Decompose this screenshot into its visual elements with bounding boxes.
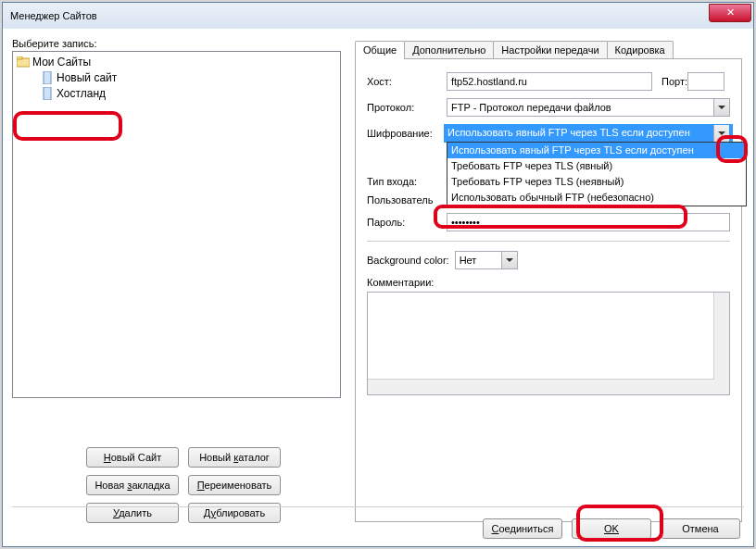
tab-advanced[interactable]: Дополнительно (404, 41, 494, 58)
encryption-option[interactable]: Использовать явный FTP через TLS если до… (447, 143, 746, 158)
tab-general[interactable]: Общие (355, 41, 405, 59)
protocol-value: FTP - Протокол передачи файлов (451, 102, 611, 113)
content-area: Выберите запись: Мои Сайты Новый сайт (3, 29, 753, 546)
tree-item-new-site[interactable]: Новый сайт (13, 69, 340, 85)
host-label: Хост: (367, 76, 447, 87)
connect-button[interactable]: Соединиться (483, 518, 562, 539)
bgcolor-label: Background color: (367, 255, 449, 266)
row-encryption: Шифрование: Использовать явный FTP через… (367, 124, 730, 143)
protocol-label: Протокол: (367, 102, 447, 113)
footer-divider (12, 506, 744, 507)
tab-charset[interactable]: Кодировка (607, 41, 674, 58)
comments-textarea[interactable] (367, 292, 730, 395)
dropdown-arrow-icon[interactable] (713, 99, 729, 116)
ok-button[interactable]: OK (572, 518, 651, 539)
tab-body-general: Хост: Порт: Протокол: FTP - Протокол пер… (355, 59, 742, 522)
scrollbar-horizontal[interactable] (368, 379, 714, 394)
server-icon (41, 71, 54, 84)
encryption-value: Использовать явный FTP через TLS если до… (444, 124, 733, 143)
svg-rect-1 (17, 56, 22, 59)
encryption-dropdown[interactable]: Использовать явный FTP через TLS если до… (447, 142, 747, 206)
svg-rect-2 (44, 71, 51, 84)
dropdown-arrow-icon[interactable] (501, 252, 517, 268)
encryption-select[interactable]: Использовать явный FTP через TLS если до… (447, 124, 730, 143)
site-buttons: Новый Сайт Новый каталог Новая закладка … (86, 447, 281, 523)
right-pane: Общие Дополнительно Настройки передачи К… (355, 38, 742, 522)
left-pane: Выберите запись: Мои Сайты Новый сайт (12, 38, 346, 398)
encryption-option[interactable]: Использовать обычный FTP (небезопасно) (447, 190, 746, 206)
site-manager-window: Менеджер Сайтов ✕ Выберите запись: Мои С… (2, 2, 754, 547)
select-entry-label: Выберите запись: (12, 38, 346, 49)
tab-transfer[interactable]: Настройки передачи (493, 41, 607, 58)
site-tree[interactable]: Мои Сайты Новый сайт Хостланд (12, 51, 341, 398)
server-icon (41, 87, 54, 100)
divider (367, 241, 730, 242)
row-comments: Комментарии: (367, 277, 730, 395)
bgcolor-select[interactable]: Нет (455, 251, 518, 269)
user-label: Пользователь (367, 194, 447, 206)
encryption-label: Шифрование: (367, 128, 447, 139)
new-bookmark-button[interactable]: Новая закладка (86, 475, 179, 495)
bgcolor-value: Нет (460, 255, 477, 266)
tree-root-label: Мои Сайты (32, 56, 91, 69)
new-site-button[interactable]: Новый Сайт (86, 447, 179, 468)
protocol-select[interactable]: FTP - Протокол передачи файлов (447, 98, 730, 117)
footer-buttons: Соединиться OK Отмена (483, 518, 740, 539)
tree-item-label: Хостланд (57, 87, 106, 100)
row-bgcolor: Background color: Нет (367, 251, 730, 269)
svg-rect-3 (44, 87, 51, 100)
tree-item-hostland[interactable]: Хостланд (13, 85, 340, 101)
comments-label: Комментарии: (367, 277, 434, 288)
tree-item-label: Новый сайт (57, 71, 117, 84)
new-site-label: овый Сайт (111, 452, 161, 463)
close-button[interactable]: ✕ (709, 4, 751, 22)
port-label: Порт: (662, 76, 687, 87)
port-input[interactable] (687, 72, 724, 91)
encryption-option[interactable]: Требовать FTP через TLS (явный) (447, 158, 746, 174)
scrollbar-vertical[interactable] (713, 293, 729, 394)
host-input[interactable] (447, 72, 652, 91)
row-password: Пароль: (367, 213, 730, 231)
row-protocol: Протокол: FTP - Протокол передачи файлов (367, 98, 730, 117)
password-input[interactable] (447, 213, 730, 231)
tab-bar: Общие Дополнительно Настройки передачи К… (355, 38, 742, 59)
rename-button[interactable]: Переименовать (188, 475, 281, 495)
titlebar[interactable]: Менеджер Сайтов ✕ (3, 3, 753, 30)
folder-icon (17, 56, 30, 69)
password-label: Пароль: (367, 217, 447, 228)
new-folder-button[interactable]: Новый каталог (188, 447, 281, 468)
tree-root[interactable]: Мои Сайты (13, 54, 340, 69)
window-title: Менеджер Сайтов (3, 10, 97, 21)
encryption-option[interactable]: Требовать FTP через TLS (неявный) (447, 174, 746, 190)
dropdown-arrow-icon[interactable] (713, 125, 729, 142)
row-host: Хост: Порт: (367, 72, 730, 91)
cancel-button[interactable]: Отмена (661, 518, 740, 539)
logon-label: Тип входа: (367, 176, 447, 187)
